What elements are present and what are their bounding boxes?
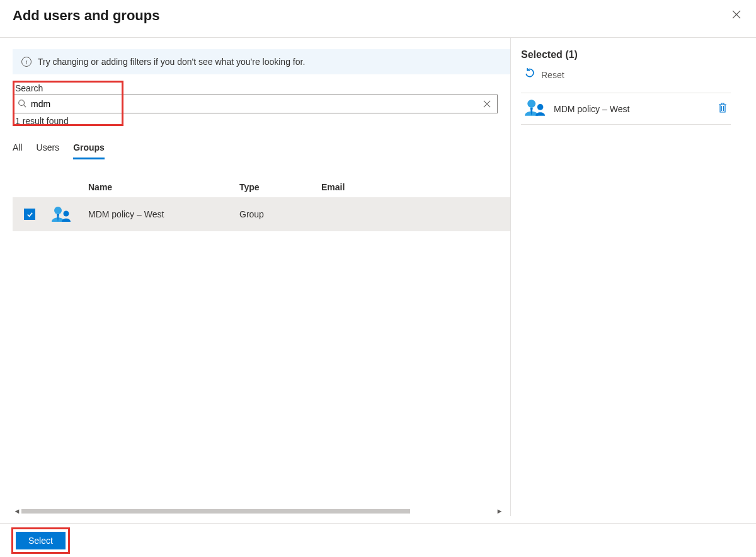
dialog-header: Add users and groups bbox=[0, 0, 756, 37]
select-highlight: Select bbox=[11, 527, 70, 554]
row-type: Group bbox=[239, 209, 321, 219]
undo-icon bbox=[525, 68, 535, 81]
dialog-footer: Select bbox=[0, 523, 756, 557]
svg-point-4 bbox=[527, 100, 536, 108]
search-result-count: 1 result found bbox=[13, 113, 510, 126]
tab-all[interactable]: All bbox=[13, 139, 23, 159]
selected-item-name: MDM policy – West bbox=[547, 104, 716, 114]
svg-point-0 bbox=[19, 100, 25, 105]
close-icon bbox=[483, 100, 491, 108]
info-icon: i bbox=[21, 57, 32, 67]
scroll-thumb[interactable] bbox=[21, 509, 410, 514]
scroll-track[interactable] bbox=[21, 509, 495, 514]
svg-line-1 bbox=[24, 105, 26, 107]
search-input[interactable] bbox=[31, 99, 477, 109]
horizontal-scrollbar[interactable]: ◄ ► bbox=[13, 506, 504, 516]
results-table: Name Type Email bbox=[13, 177, 510, 231]
selected-panel: Selected (1) Reset MDM policy – West bbox=[510, 38, 743, 516]
table-row[interactable]: MDM policy – West Group bbox=[13, 197, 510, 231]
reset-button[interactable]: Reset bbox=[521, 67, 731, 93]
table-header-row: Name Type Email bbox=[13, 177, 510, 197]
tab-users[interactable]: Users bbox=[37, 139, 60, 159]
tab-groups[interactable]: Groups bbox=[73, 139, 105, 159]
search-input-row bbox=[13, 95, 498, 113]
svg-point-5 bbox=[537, 104, 544, 110]
left-pane: i Try changing or adding filters if you … bbox=[0, 38, 510, 516]
svg-point-3 bbox=[64, 211, 69, 217]
check-icon bbox=[26, 211, 33, 218]
close-icon bbox=[732, 10, 741, 19]
selected-item: MDM policy – West bbox=[521, 93, 731, 125]
filter-tabs: All Users Groups bbox=[13, 139, 510, 159]
info-banner: i Try changing or adding filters if you … bbox=[13, 49, 510, 74]
dialog-title: Add users and groups bbox=[13, 8, 159, 24]
reset-label: Reset bbox=[541, 70, 564, 80]
svg-point-2 bbox=[54, 207, 62, 214]
scroll-left-arrow-icon[interactable]: ◄ bbox=[13, 507, 21, 515]
search-icon bbox=[13, 99, 31, 110]
row-checkbox[interactable] bbox=[24, 209, 35, 220]
trash-icon bbox=[718, 103, 727, 113]
remove-selected-button[interactable] bbox=[716, 100, 730, 117]
group-icon bbox=[50, 205, 88, 223]
info-banner-text: Try changing or adding filters if you do… bbox=[38, 57, 305, 67]
close-button[interactable] bbox=[730, 6, 743, 25]
col-header-email[interactable]: Email bbox=[321, 182, 510, 192]
search-clear-button[interactable] bbox=[477, 99, 497, 110]
group-icon bbox=[522, 98, 547, 119]
search-section: Search 1 result found bbox=[13, 81, 510, 126]
scroll-right-arrow-icon[interactable]: ► bbox=[495, 507, 504, 515]
select-button[interactable]: Select bbox=[16, 532, 66, 549]
search-label: Search bbox=[13, 81, 510, 95]
col-header-type[interactable]: Type bbox=[239, 182, 321, 192]
row-name: MDM policy – West bbox=[88, 209, 239, 219]
selected-title: Selected (1) bbox=[521, 49, 731, 60]
col-header-name[interactable]: Name bbox=[88, 182, 239, 192]
